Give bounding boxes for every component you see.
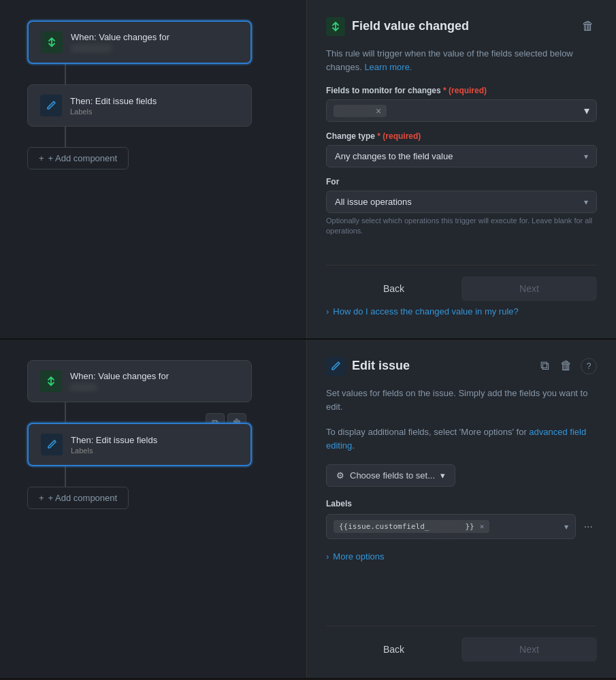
tags-container-1: ×	[334, 105, 584, 117]
action-node-text-1: Then: Edit issue fields Labels	[70, 96, 157, 116]
change-type-chevron-1: ▾	[584, 152, 588, 161]
labels-section-2: Labels {{issue.customfield_ }} × ▾ ···	[326, 499, 597, 539]
config-buttons-2: Back Next	[326, 626, 597, 662]
config-title-2: Edit issue	[352, 359, 410, 373]
choose-fields-button-2[interactable]: ⚙ Choose fields to set... ▾	[326, 464, 455, 487]
accordion-chevron-1: ›	[326, 306, 329, 317]
field-tag-suffix-2: }}	[465, 522, 474, 531]
trigger-node-title-2: When: Value changes for	[70, 371, 169, 381]
panel-field-value-changed: When: Value changes for Then: Edit issue…	[0, 0, 616, 340]
config-panel-1: Field value changed 🗑 This rule will tri…	[306, 0, 616, 338]
connector-3	[65, 402, 66, 423]
workflow-canvas-1: When: Value changes for Then: Edit issue…	[0, 0, 306, 338]
for-select-1[interactable]: All issue operations ▾	[326, 191, 597, 213]
fields-select-1[interactable]: × ▾	[326, 99, 597, 122]
connector-1	[65, 64, 66, 84]
more-options-chevron-2: ›	[326, 551, 329, 562]
back-button-2[interactable]: Back	[326, 637, 461, 662]
config-learn-more-link-1[interactable]: Learn more.	[364, 62, 412, 72]
for-value-1: All issue operations	[335, 197, 412, 207]
trigger-node-subtitle-1	[71, 44, 169, 52]
trigger-node-subtitle-2	[70, 383, 169, 391]
labels-field-wrapper-2: {{issue.customfield_ }} × ▾	[326, 514, 576, 539]
fields-label-1: Fields to monitor for changes * (require…	[326, 86, 597, 95]
trigger-node-title-1: When: Value changes for	[71, 32, 169, 42]
choose-fields-chevron-2: ▾	[440, 470, 445, 481]
trigger-node-2[interactable]: When: Value changes for	[27, 360, 252, 402]
connector-2	[65, 127, 66, 147]
add-component-label-1: + Add component	[48, 153, 118, 163]
panel-edit-issue: When: Value changes for ⧉ 🗑 Then	[0, 340, 616, 679]
next-button-2[interactable]: Next	[461, 637, 597, 662]
change-type-value-1: Any changes to the field value	[335, 151, 453, 161]
trigger-subtitle-blur-2	[70, 383, 97, 391]
action-node-title-2: Then: Edit issue fields	[71, 435, 157, 445]
back-button-1[interactable]: Back	[326, 276, 461, 301]
more-options-2[interactable]: › More options	[326, 547, 597, 566]
more-options-label-2: More options	[333, 551, 384, 562]
config-header-1: Field value changed 🗑	[326, 16, 597, 36]
config-delete-button-2[interactable]: 🗑	[557, 356, 575, 376]
for-label-1: For	[326, 177, 597, 187]
accordion-label-1: How do I access the changed value in my …	[333, 306, 518, 317]
config-header-actions-2: ⧉ 🗑 ?	[538, 356, 597, 376]
config-action-icon-2	[326, 357, 345, 376]
config-delete-button-1[interactable]: 🗑	[579, 16, 597, 36]
labels-more-button-2[interactable]: ···	[580, 519, 597, 534]
config-desc-2b: To display additional fields, select 'Mo…	[326, 425, 597, 452]
config-buttons-1: Back Next	[326, 265, 597, 301]
config-title-group-1: Field value changed	[326, 17, 469, 36]
action-icon-2	[41, 434, 63, 455]
trigger-node-1[interactable]: When: Value changes for	[27, 20, 252, 64]
config-desc-text-2b: To display additional fields, select 'Mo…	[326, 427, 527, 437]
config-desc-text-1: This rule will trigger when the value of…	[326, 48, 573, 72]
fields-label-text-1: Fields to monitor for changes	[326, 86, 441, 95]
action-node-wrapper-2: ⧉ 🗑 Then: Edit issue fields Labels	[27, 423, 252, 466]
trigger-subtitle-blur-1	[71, 44, 112, 52]
trigger-node-text-2: When: Value changes for	[70, 371, 169, 391]
gear-icon-2: ⚙	[336, 470, 344, 481]
action-icon-1	[40, 95, 62, 116]
labels-field-2[interactable]: {{issue.customfield_ }} × ▾	[326, 514, 576, 539]
config-help-button-2[interactable]: ?	[581, 358, 597, 374]
field-tag-remove-2[interactable]: ×	[480, 522, 485, 531]
helper-text-1: Optionally select which operations this …	[326, 216, 597, 237]
connector-4	[65, 466, 66, 487]
config-trigger-icon-1	[326, 17, 345, 36]
action-node-title-1: Then: Edit issue fields	[70, 96, 157, 106]
labels-field-tag-2: {{issue.customfield_ }} ×	[334, 520, 489, 533]
trigger-icon-1	[41, 31, 63, 53]
labels-row-2: {{issue.customfield_ }} × ▾ ···	[326, 514, 597, 539]
add-component-button-1[interactable]: + + Add component	[27, 147, 129, 169]
action-node-1[interactable]: Then: Edit issue fields Labels	[27, 84, 252, 127]
next-button-1[interactable]: Next	[461, 276, 597, 301]
workflow-canvas-2: When: Value changes for ⧉ 🗑 Then	[0, 340, 306, 678]
add-component-plus-2: +	[39, 493, 44, 503]
field-tag-text-2: {{issue.customfield_	[339, 522, 429, 531]
tag-remove-1[interactable]: ×	[376, 106, 381, 116]
config-desc-text-2a: Set values for fields on the issue. Simp…	[326, 388, 587, 412]
change-type-select-1[interactable]: Any changes to the field value ▾	[326, 145, 597, 167]
for-chevron-1: ▾	[584, 197, 588, 207]
change-type-label-text-1: Change type	[326, 131, 375, 141]
copy-button-2[interactable]: ⧉	[538, 356, 552, 376]
for-label-text-1: For	[326, 177, 339, 187]
action-node-text-2: Then: Edit issue fields Labels	[71, 435, 157, 455]
labels-title-2: Labels	[326, 499, 597, 508]
trigger-node-text-1: When: Value changes for	[71, 32, 169, 52]
add-component-plus-1: +	[39, 153, 44, 163]
action-node-2[interactable]: Then: Edit issue fields Labels	[27, 423, 252, 466]
config-header-2: Edit issue ⧉ 🗑 ?	[326, 356, 597, 376]
change-type-required-1: * (required)	[377, 131, 421, 141]
config-panel-2: Edit issue ⧉ 🗑 ? Set values for fields o…	[306, 340, 616, 678]
field-tag-blur-2	[432, 523, 462, 530]
action-node-subtitle-2: Labels	[71, 447, 157, 455]
field-tag-1: ×	[334, 105, 387, 117]
fields-chevron-1: ▾	[584, 104, 589, 117]
choose-fields-label-2: Choose fields to set...	[350, 470, 435, 481]
add-component-button-2[interactable]: + + Add component	[27, 487, 129, 509]
config-desc-1: This rule will trigger when the value of…	[326, 47, 597, 74]
accordion-1[interactable]: › How do I access the changed value in m…	[326, 301, 597, 322]
action-node-subtitle-1: Labels	[70, 108, 157, 116]
fields-required-1: * (required)	[443, 86, 487, 95]
